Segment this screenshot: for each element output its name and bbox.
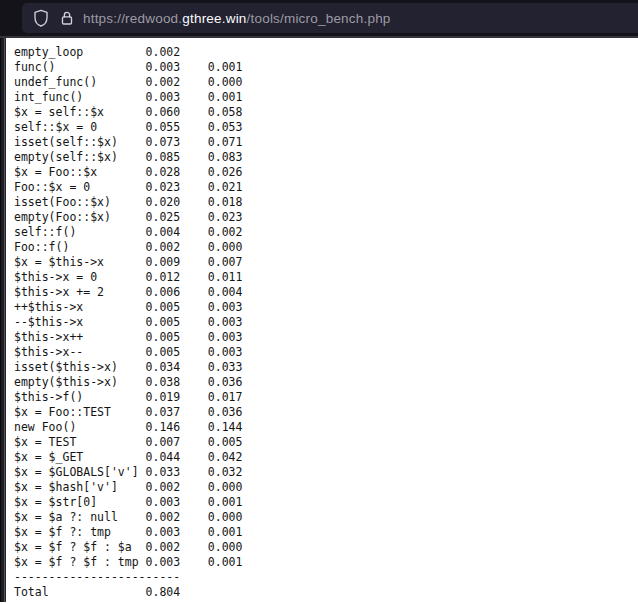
- bench-time: 0.060: [146, 105, 208, 120]
- bench-row: self::$x = 00.0550.053: [14, 120, 638, 135]
- bench-row: $x = Foo::TEST0.0370.036: [14, 405, 638, 420]
- bench-net-time: 0.001: [208, 495, 638, 510]
- bench-time: 0.055: [146, 120, 208, 135]
- bench-net-time: 0.053: [208, 120, 638, 135]
- bench-net-time: 0.000: [208, 75, 638, 90]
- bench-net-time: 0.036: [208, 375, 638, 390]
- bench-row: isset(Foo::$x)0.0200.018: [14, 195, 638, 210]
- bench-row: self::f()0.0040.002: [14, 225, 638, 240]
- bench-label: self::$x = 0: [14, 120, 146, 135]
- bench-row: int_func()0.0030.001: [14, 90, 638, 105]
- bench-net-time: 0.001: [208, 555, 638, 570]
- bench-time: 0.020: [146, 195, 208, 210]
- separator-line: ------------------------: [14, 570, 638, 585]
- bench-net-time: 0.000: [208, 480, 638, 495]
- bench-row: $x = $a ?: null0.0020.000: [14, 510, 638, 525]
- bench-net-time: 0.018: [208, 195, 638, 210]
- url-text[interactable]: https://redwood.gthree.win/tools/micro_b…: [83, 11, 391, 26]
- bench-time: 0.033: [146, 465, 208, 480]
- bench-label: $x = $f ?: tmp: [14, 525, 146, 540]
- bench-row: empty_loop0.002: [14, 45, 638, 60]
- bench-net-time: 0.036: [208, 405, 638, 420]
- bench-label: $x = $a ?: null: [14, 510, 146, 525]
- bench-net-time: 0.004: [208, 285, 638, 300]
- total-row: Total0.804: [14, 585, 638, 600]
- bench-label: empty(self::$x): [14, 150, 146, 165]
- bench-row: empty(self::$x)0.0850.083: [14, 150, 638, 165]
- bench-net-time: 0.058: [208, 105, 638, 120]
- bench-label: $x = self::$x: [14, 105, 146, 120]
- bench-row: empty(Foo::$x)0.0250.023: [14, 210, 638, 225]
- window-edge: [0, 38, 6, 602]
- bench-net-time: 0.000: [208, 510, 638, 525]
- page-content: empty_loop0.002func()0.0030.001undef_fun…: [0, 38, 638, 602]
- bench-row: $this->f()0.0190.017: [14, 390, 638, 405]
- bench-label: $this->x++: [14, 330, 146, 345]
- bench-time: 0.037: [146, 405, 208, 420]
- bench-net-time: 0.017: [208, 390, 638, 405]
- bench-rows: empty_loop0.002func()0.0030.001undef_fun…: [14, 45, 638, 570]
- bench-time: 0.007: [146, 435, 208, 450]
- url-path: /tools/micro_bench.php: [247, 11, 391, 26]
- bench-net-time: 0.001: [208, 60, 638, 75]
- bench-label: empty(Foo::$x): [14, 210, 146, 225]
- bench-time: 0.044: [146, 450, 208, 465]
- bench-row: $x = self::$x0.0600.058: [14, 105, 638, 120]
- bench-time: 0.002: [146, 480, 208, 495]
- bench-time: 0.003: [146, 525, 208, 540]
- bench-row: $x = $f ? $f : $a0.0020.000: [14, 540, 638, 555]
- bench-label: $x = $str[0]: [14, 495, 146, 510]
- bench-net-time: 0.021: [208, 180, 638, 195]
- bench-net-time: [208, 45, 638, 60]
- bench-net-time: 0.032: [208, 465, 638, 480]
- bench-row: $this->x += 20.0060.004: [14, 285, 638, 300]
- lock-icon[interactable]: [58, 9, 76, 27]
- bench-label: undef_func(): [14, 75, 146, 90]
- bench-label: new Foo(): [14, 420, 146, 435]
- bench-label: $x = $hash['v']: [14, 480, 146, 495]
- bench-label: isset(Foo::$x): [14, 195, 146, 210]
- total-label: Total: [14, 585, 146, 600]
- bench-time: 0.005: [146, 315, 208, 330]
- bench-net-time: 0.007: [208, 255, 638, 270]
- bench-row: $this->x = 00.0120.011: [14, 270, 638, 285]
- bench-time: 0.028: [146, 165, 208, 180]
- bench-net-time: 0.003: [208, 315, 638, 330]
- bench-net-time: 0.003: [208, 300, 638, 315]
- bench-net-time: 0.026: [208, 165, 638, 180]
- bench-label: $this->x += 2: [14, 285, 146, 300]
- bench-label: $this->f(): [14, 390, 146, 405]
- bench-time: 0.146: [146, 420, 208, 435]
- bench-net-time: 0.003: [208, 345, 638, 360]
- bench-time: 0.012: [146, 270, 208, 285]
- bench-time: 0.002: [146, 75, 208, 90]
- bench-label: empty_loop: [14, 45, 146, 60]
- bench-time: 0.002: [146, 510, 208, 525]
- bench-row: $x = $f ? $f : tmp0.0030.001: [14, 555, 638, 570]
- bench-label: self::f(): [14, 225, 146, 240]
- url-bar[interactable]: https://redwood.gthree.win/tools/micro_b…: [22, 3, 638, 33]
- shield-icon[interactable]: [31, 8, 51, 28]
- bench-time: 0.019: [146, 390, 208, 405]
- bench-row: $x = $_GET0.0440.042: [14, 450, 638, 465]
- bench-time: 0.003: [146, 555, 208, 570]
- bench-row: func()0.0030.001: [14, 60, 638, 75]
- bench-net-time: 0.011: [208, 270, 638, 285]
- bench-time: 0.025: [146, 210, 208, 225]
- bench-time: 0.002: [146, 45, 208, 60]
- bench-row: $x = TEST0.0070.005: [14, 435, 638, 450]
- bench-time: 0.005: [146, 330, 208, 345]
- bench-label: $x = $GLOBALS['v']: [14, 465, 146, 480]
- bench-net-time: 0.002: [208, 225, 638, 240]
- bench-row: $x = $this->x0.0090.007: [14, 255, 638, 270]
- bench-row: $this->x++0.0050.003: [14, 330, 638, 345]
- bench-net-time: 0.144: [208, 420, 638, 435]
- bench-label: $x = $f ? $f : tmp: [14, 555, 146, 570]
- bench-time: 0.003: [146, 495, 208, 510]
- bench-net-time: 0.071: [208, 135, 638, 150]
- bench-row: $x = $f ?: tmp0.0030.001: [14, 525, 638, 540]
- bench-label: func(): [14, 60, 146, 75]
- bench-row: $x = $GLOBALS['v']0.0330.032: [14, 465, 638, 480]
- bench-label: $this->x = 0: [14, 270, 146, 285]
- bench-label: $this->x--: [14, 345, 146, 360]
